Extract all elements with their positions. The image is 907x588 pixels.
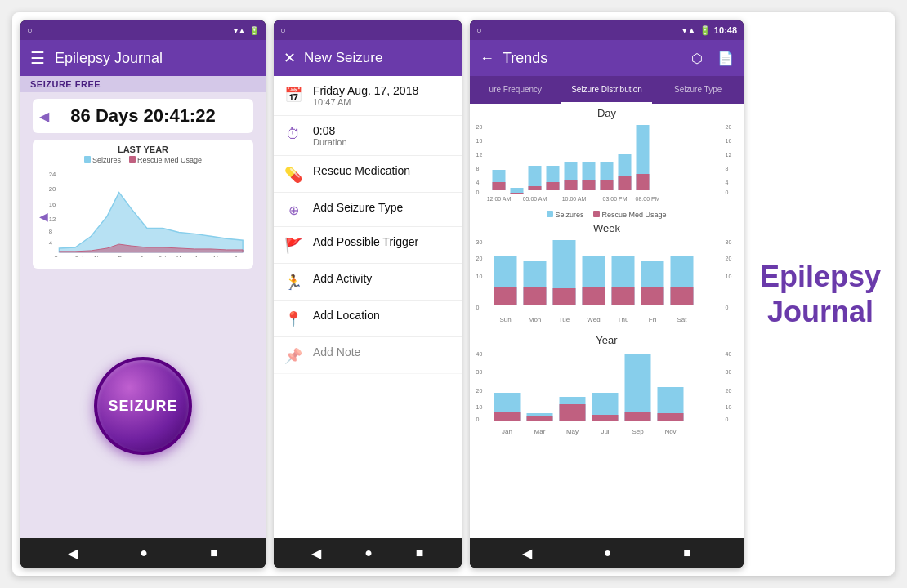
phone2-nav-bar: ◀ ● ■ bbox=[274, 538, 462, 568]
phone3-home-nav[interactable]: ● bbox=[604, 546, 612, 560]
tab-frequency[interactable]: ure Frequency bbox=[470, 76, 561, 104]
svg-rect-27 bbox=[529, 186, 542, 190]
form-activity-label: Add Activity bbox=[313, 272, 372, 285]
svg-text:Jul: Jul bbox=[601, 428, 609, 435]
form-item-datetime[interactable]: 📅 Friday Aug. 17, 2018 10:47 AM bbox=[274, 76, 462, 116]
svg-text:10: 10 bbox=[726, 274, 732, 279]
phone3-nav-bar: ◀ ● ■ bbox=[470, 538, 744, 568]
svg-text:Mar: Mar bbox=[534, 428, 546, 435]
svg-text:0: 0 bbox=[726, 416, 729, 422]
svg-rect-90 bbox=[560, 404, 586, 421]
form-trigger-text: Add Possible Trigger bbox=[313, 235, 418, 248]
phone3-tabs: ure Frequency Seizure Distribution Seizu… bbox=[470, 76, 744, 104]
svg-text:Thu: Thu bbox=[618, 316, 629, 323]
year-chart-svg: 24 20 16 12 8 4 Sep Oct Nov bbox=[39, 167, 247, 257]
tab-distribution[interactable]: Seizure Distribution bbox=[561, 76, 653, 104]
svg-text:Tue: Tue bbox=[559, 316, 570, 323]
phone3-status-left: ○ bbox=[476, 25, 482, 35]
svg-rect-64 bbox=[612, 287, 635, 305]
share-icon[interactable]: ⬡ bbox=[691, 51, 703, 66]
phone3-app-title: Trends bbox=[503, 50, 683, 67]
svg-text:Sep: Sep bbox=[632, 428, 644, 435]
phone1-content: SEIZURE FREE ◀ 86 Days 20:41:22 LAST YEA… bbox=[20, 76, 266, 538]
phone2-back-nav[interactable]: ◀ bbox=[311, 546, 321, 561]
phone3-back-icon[interactable]: ← bbox=[480, 50, 494, 67]
close-icon[interactable]: ✕ bbox=[284, 49, 296, 67]
form-item-activity[interactable]: 🏃 Add Activity bbox=[274, 264, 462, 301]
tab-type[interactable]: Seizure Type bbox=[652, 76, 744, 104]
phone2-recents-nav[interactable]: ■ bbox=[416, 546, 424, 560]
svg-text:10: 10 bbox=[726, 404, 732, 410]
form-location-label: Add Location bbox=[313, 309, 380, 322]
back-arrow-icon[interactable]: ◀ bbox=[39, 109, 49, 124]
form-item-note[interactable]: 📌 Add Note bbox=[274, 337, 462, 374]
timer-icon: ⏱ bbox=[284, 126, 303, 143]
medication-icon: 💊 bbox=[284, 166, 303, 184]
svg-rect-31 bbox=[565, 180, 578, 190]
svg-rect-68 bbox=[671, 287, 694, 305]
branding-section: Epilepsy Journal bbox=[752, 20, 889, 568]
form-time: 10:47 AM bbox=[313, 97, 418, 107]
phone3-back-nav[interactable]: ◀ bbox=[522, 546, 532, 561]
form-duration-value: 0:08 bbox=[313, 124, 347, 137]
svg-text:03:00 PM: 03:00 PM bbox=[603, 196, 628, 202]
svg-rect-93 bbox=[625, 354, 651, 421]
year-chart-section: Year 40 30 20 10 0 bbox=[475, 334, 739, 441]
form-medication-label: Rescue Medication bbox=[313, 164, 410, 177]
new-seizure-title: New Seizure bbox=[304, 50, 382, 66]
svg-rect-96 bbox=[658, 413, 684, 421]
svg-text:20: 20 bbox=[726, 388, 732, 394]
svg-rect-58 bbox=[524, 287, 547, 305]
recents-nav-icon[interactable]: ■ bbox=[210, 546, 218, 560]
form-item-medication[interactable]: 💊 Rescue Medication bbox=[274, 156, 462, 193]
phone2-content: 📅 Friday Aug. 17, 2018 10:47 AM ⏱ 0:08 D… bbox=[274, 76, 462, 538]
week-chart-svg: 30 20 10 0 bbox=[475, 236, 739, 326]
chart-left-arrow[interactable]: ◀ bbox=[39, 210, 48, 223]
year-chart-title: Year bbox=[475, 334, 739, 346]
back-nav-icon[interactable]: ◀ bbox=[68, 546, 78, 561]
brand-line1: Epilepsy Journal bbox=[760, 259, 881, 329]
form-datetime-text: Friday Aug. 17, 2018 10:47 AM bbox=[313, 84, 418, 107]
phone3-app-bar: ← Trends ⬡ 📄 bbox=[470, 40, 744, 76]
svg-text:Jun: Jun bbox=[235, 256, 244, 257]
phone2-home-nav[interactable]: ● bbox=[364, 546, 373, 560]
form-medication-text: Rescue Medication bbox=[313, 164, 410, 177]
svg-text:30: 30 bbox=[476, 239, 483, 245]
document-icon[interactable]: 📄 bbox=[717, 51, 734, 66]
svg-text:Dec: Dec bbox=[118, 256, 128, 257]
svg-text:Mon: Mon bbox=[529, 316, 542, 323]
seizure-button[interactable]: SEIZURE bbox=[94, 357, 192, 455]
form-item-trigger[interactable]: 🚩 Add Possible Trigger bbox=[274, 227, 462, 264]
svg-text:May: May bbox=[213, 256, 224, 257]
phone2-header: ✕ New Seizure bbox=[274, 40, 462, 76]
form-location-text: Add Location bbox=[313, 309, 380, 322]
svg-text:8: 8 bbox=[476, 166, 480, 172]
svg-text:Oct: Oct bbox=[75, 256, 84, 257]
day-chart-title: Day bbox=[475, 107, 739, 119]
phone1-app-title: Epilepsy Journal bbox=[55, 50, 163, 67]
svg-text:12: 12 bbox=[476, 152, 483, 158]
form-item-location[interactable]: 📍 Add Location bbox=[274, 301, 462, 337]
svg-text:Sat: Sat bbox=[677, 316, 687, 323]
phone3-recents-nav[interactable]: ■ bbox=[683, 546, 691, 560]
svg-text:30: 30 bbox=[726, 369, 732, 375]
phone2-status-bar: ○ bbox=[274, 20, 462, 40]
phone3-screen: ○ ▾▲🔋 10:48 ← Trends ⬡ 📄 ure Frequency S… bbox=[470, 20, 744, 568]
home-nav-icon[interactable]: ● bbox=[140, 546, 148, 560]
form-item-seizure-type[interactable]: ⊕ Add Seizure Type bbox=[274, 193, 462, 227]
svg-text:4: 4 bbox=[726, 180, 729, 185]
form-item-duration[interactable]: ⏱ 0:08 Duration bbox=[274, 116, 462, 156]
seizure-button-label: SEIZURE bbox=[108, 398, 177, 415]
hamburger-icon[interactable]: ☰ bbox=[30, 48, 45, 68]
svg-text:0: 0 bbox=[476, 189, 480, 195]
phone1-screen: ○ ▾▲🔋 ☰ Epilepsy Journal SEIZURE FREE ◀ … bbox=[20, 20, 266, 568]
svg-rect-62 bbox=[583, 287, 605, 305]
svg-text:8: 8 bbox=[726, 166, 729, 172]
svg-text:20: 20 bbox=[476, 256, 483, 261]
svg-text:Nov: Nov bbox=[94, 256, 105, 257]
svg-text:0: 0 bbox=[476, 305, 480, 310]
svg-text:Feb: Feb bbox=[159, 256, 168, 257]
svg-rect-86 bbox=[494, 412, 521, 421]
days-counter: 86 Days 20:41:22 bbox=[70, 105, 215, 127]
svg-text:Apr: Apr bbox=[194, 256, 203, 257]
